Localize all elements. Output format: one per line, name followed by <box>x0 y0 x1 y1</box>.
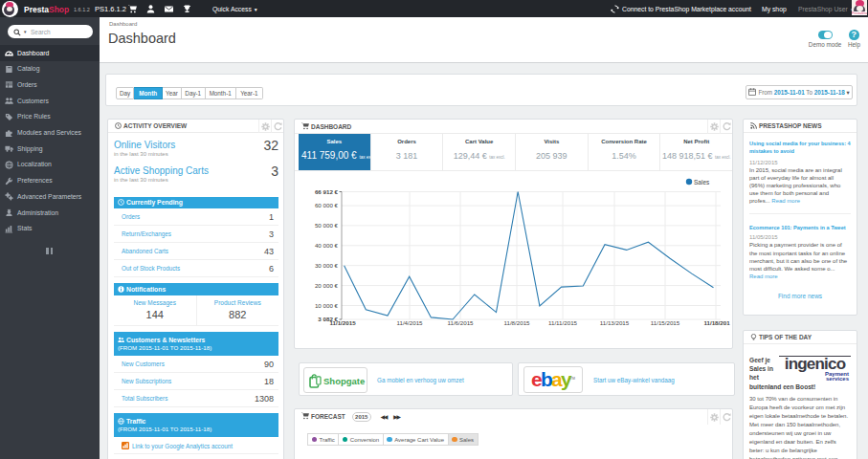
svg-text:11/11/2015: 11/11/2015 <box>548 319 578 326</box>
svg-text:20 000 €: 20 000 € <box>315 282 339 289</box>
svg-text:11/15/2015: 11/15/2015 <box>651 319 680 326</box>
svg-text:11/8/2015: 11/8/2015 <box>503 319 530 326</box>
svg-text:30 000 €: 30 000 € <box>315 262 339 269</box>
svg-text:40 000 €: 40 000 € <box>315 242 339 249</box>
svg-text:60 000 €: 60 000 € <box>315 202 339 208</box>
svg-text:10 000 €: 10 000 € <box>315 302 339 309</box>
svg-text:50 000 €: 50 000 € <box>315 222 339 229</box>
svg-text:Sales: Sales <box>694 179 710 186</box>
svg-text:66 912 €: 66 912 € <box>315 188 339 195</box>
svg-text:11/13/2015: 11/13/2015 <box>600 319 630 326</box>
svg-text:11/1/2015: 11/1/2015 <box>329 319 356 326</box>
svg-text:11/18/201: 11/18/201 <box>703 319 730 326</box>
svg-text:11/6/2015: 11/6/2015 <box>447 319 474 326</box>
svg-text:11/4/2015: 11/4/2015 <box>396 319 423 326</box>
